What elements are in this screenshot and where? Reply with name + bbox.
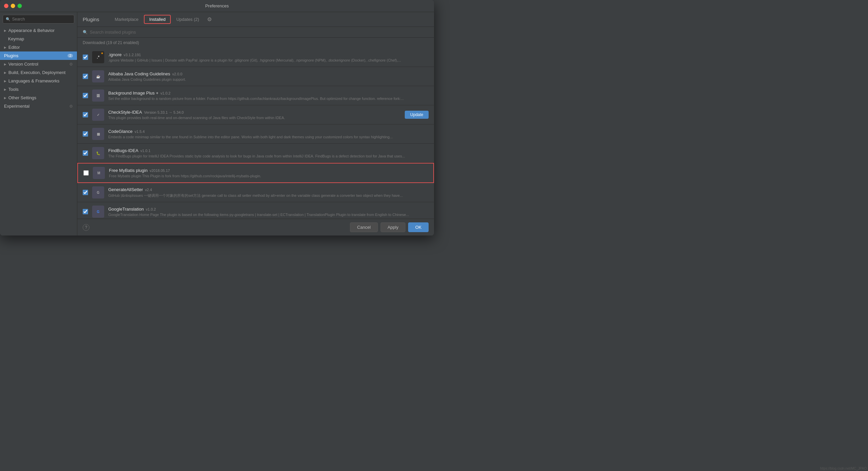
sidebar-item-other-settings[interactable]: ▶ Other Settings	[0, 93, 77, 102]
plugin-info-ignore: .ignore v3.1.2.191 .ignore Website | Git…	[108, 52, 429, 62]
plugin-row-background[interactable]: 🖼 Background Image Plus + v1.0.2 Set the…	[77, 86, 434, 105]
plugin-info-generateallsetter: GenerateAllSetter v2.4 GitHub |&nbspIssu…	[108, 187, 429, 198]
plugin-row-codeglance[interactable]: ▦ CodeGlance v1.5.4 Embeds a code minima…	[77, 124, 434, 144]
plugin-desc: Alibaba Java Coding Guidelines plugin su…	[108, 78, 429, 81]
settings-gear-icon[interactable]: ⚙	[207, 16, 212, 23]
sidebar-search-input[interactable]	[12, 17, 71, 22]
plugin-icon-alibaba: ☕	[92, 70, 104, 82]
plugin-icon-codeglance: ▦	[92, 128, 104, 140]
plugin-version: v1.0.1	[141, 149, 151, 153]
tab-updates[interactable]: Updates (2)	[171, 15, 205, 24]
update-button-checkstyle[interactable]: Update	[405, 111, 429, 119]
maximize-button[interactable]	[18, 4, 22, 8]
tab-installed[interactable]: Installed	[144, 15, 171, 24]
plugin-row-ignore[interactable]: .* ★ .ignore v3.1.2.191 .ignore Website …	[77, 48, 434, 67]
sidebar-item-label: Build, Execution, Deployment	[8, 70, 66, 75]
plugin-row-alibaba[interactable]: ☕ Alibaba Java Coding Guidelines v2.0.0 …	[77, 67, 434, 86]
plugin-desc: This plugin provides both real-time and …	[108, 116, 401, 120]
plugin-desc: The FindBugs plugin for IntelliJ IDEA Pr…	[108, 154, 429, 158]
plugin-name-line: CheckStyle-IDEA Version 5.33.1 → 5.34.0	[108, 110, 401, 115]
sidebar-search-container[interactable]: 🔍	[3, 15, 74, 24]
plugin-info-codeglance: CodeGlance v1.5.4 Embeds a code minimap …	[108, 129, 429, 139]
search-bar: 🔍	[77, 27, 434, 38]
sidebar-item-label: Plugins	[4, 53, 19, 58]
chevron-right-icon: ▶	[4, 63, 6, 66]
plugin-checkbox-findbugs[interactable]	[83, 150, 88, 156]
sidebar-item-label: Keymap	[8, 36, 24, 41]
sidebar-item-keymap[interactable]: Keymap	[0, 35, 77, 43]
close-button[interactable]	[4, 4, 8, 8]
traffic-lights	[4, 4, 22, 8]
plugin-name: GenerateAllSetter	[108, 187, 143, 192]
plugin-name: Background Image Plus +	[108, 90, 158, 95]
plugin-checkbox-checkstyle[interactable]	[83, 112, 88, 117]
sidebar-item-label: Tools	[8, 87, 19, 92]
help-button[interactable]: ?	[83, 224, 89, 231]
chevron-right-icon: ▶	[4, 79, 6, 83]
apply-button[interactable]: Apply	[380, 223, 406, 232]
plugin-name: .ignore	[108, 52, 122, 57]
sidebar-item-plugins[interactable]: Plugins 2	[0, 52, 77, 60]
sidebar-item-tools[interactable]: ▶ Tools	[0, 85, 77, 93]
minimize-button[interactable]	[11, 4, 15, 8]
sidebar-item-label: Languages & Frameworks	[8, 79, 60, 83]
chevron-right-icon: ▶	[4, 88, 6, 91]
plugins-list: Downloaded (19 of 21 enabled) .* ★ .igno…	[77, 38, 434, 219]
plugin-desc: GitHub |&nbspIssues 一键调用一个对象的所有的set方法 ge…	[108, 193, 429, 198]
main-layout: 🔍 ▶ Appearance & Behavior Keymap ▶ Edito…	[0, 12, 434, 235]
plugin-icon-background: 🖼	[92, 89, 104, 101]
plugin-row-mybatis[interactable]: M Free MyBatis plugin v2018.05.17 Free M…	[77, 163, 434, 183]
plugin-checkbox-ignore[interactable]	[83, 55, 88, 60]
plugin-version: v2018.05.17	[150, 169, 170, 173]
plugin-name: Free MyBatis plugin	[109, 168, 148, 173]
plugin-checkbox-googletranslation[interactable]	[83, 209, 88, 214]
sidebar-item-languages[interactable]: ▶ Languages & Frameworks	[0, 77, 77, 85]
plugin-row-findbugs[interactable]: 🐛 FindBugs-IDEA v1.0.1 The FindBugs plug…	[77, 144, 434, 163]
sidebar-item-build[interactable]: ▶ Build, Execution, Deployment	[0, 68, 77, 77]
chevron-right-icon: ▶	[4, 46, 6, 49]
plugin-checkbox-codeglance[interactable]	[83, 131, 88, 137]
plugin-checkbox-background[interactable]	[83, 93, 88, 98]
plugin-row-googletranslation[interactable]: G GoogleTranslation v1.0.2 GoogleTransla…	[77, 202, 434, 219]
plugin-icon-googletranslation: G	[92, 206, 104, 218]
plugin-icon-mybatis: M	[93, 167, 105, 179]
content-area: Plugins Marketplace Installed Updates (2…	[77, 12, 434, 235]
cancel-button[interactable]: Cancel	[350, 223, 377, 232]
sidebar-item-label: Appearance & Behavior	[8, 28, 55, 33]
plugins-title: Plugins	[83, 17, 99, 22]
plugin-name-line: GenerateAllSetter v2.4	[108, 187, 429, 192]
plugin-info-findbugs: FindBugs-IDEA v1.0.1 The FindBugs plugin…	[108, 148, 429, 158]
plugin-info-mybatis: Free MyBatis plugin v2018.05.17 Free Myb…	[109, 168, 428, 178]
gear-icon: ⚙	[69, 104, 73, 109]
plugin-checkbox-generateallsetter[interactable]	[83, 190, 88, 195]
sidebar-item-label: Editor	[8, 45, 20, 50]
plugin-version: v1.5.4	[134, 129, 145, 134]
plugins-header: Plugins Marketplace Installed Updates (2…	[77, 12, 434, 27]
plugin-row-checkstyle[interactable]: ✓ CheckStyle-IDEA Version 5.33.1 → 5.34.…	[77, 105, 434, 124]
sidebar-item-label: Experimental	[4, 104, 30, 109]
plugin-name-line: FindBugs-IDEA v1.0.1	[108, 148, 429, 153]
plugin-checkbox-mybatis[interactable]	[83, 170, 89, 176]
plugin-icon-generateallsetter: G	[92, 186, 104, 199]
plugin-name-line: CodeGlance v1.5.4	[108, 129, 429, 134]
search-input[interactable]	[90, 30, 429, 35]
plugin-icon-ignore: .* ★	[92, 51, 104, 63]
plugin-version: v2.4	[145, 188, 152, 192]
plugins-badge: 2	[68, 54, 73, 58]
ok-button[interactable]: OK	[408, 223, 429, 232]
plugin-version: v1.0.2	[146, 207, 156, 211]
plugin-desc: .ignore Website | GitHub | Issues | Dona…	[108, 58, 429, 62]
sidebar-item-editor[interactable]: ▶ Editor	[0, 43, 77, 52]
search-icon: 🔍	[6, 17, 10, 22]
sidebar-item-appearance[interactable]: ▶ Appearance & Behavior	[0, 26, 77, 35]
sidebar-item-version-control[interactable]: ▶ Version Control ⚙	[0, 60, 77, 68]
plugin-name: FindBugs-IDEA	[108, 148, 138, 153]
plugin-checkbox-alibaba[interactable]	[83, 74, 88, 79]
plugin-desc: GoogleTranslation Home Page The plugin i…	[108, 213, 429, 217]
tab-marketplace[interactable]: Marketplace	[109, 15, 144, 24]
tab-nav: Marketplace Installed Updates (2) ⚙	[109, 15, 429, 24]
plugin-desc: Embeds a code minimap similar to the one…	[108, 135, 429, 139]
plugin-row-generateallsetter[interactable]: G GenerateAllSetter v2.4 GitHub |&nbspIs…	[77, 183, 434, 202]
plugin-name: CheckStyle-IDEA	[108, 110, 142, 115]
sidebar-item-experimental[interactable]: Experimental ⚙	[0, 102, 77, 110]
